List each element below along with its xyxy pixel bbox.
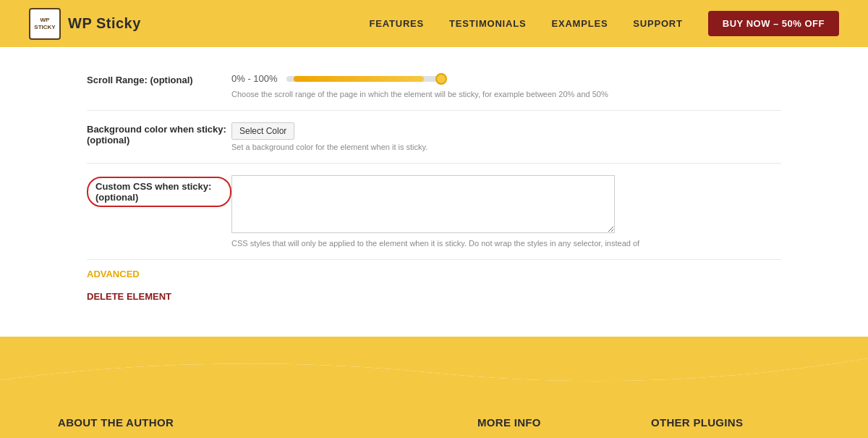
scroll-range-wrapper: 0% - 100% [231,73,781,84]
scroll-range-row: Scroll Range: (optional) 0% - 100% Choos… [87,62,781,111]
logo-area: WPSTICKY WP Sticky [29,8,141,40]
wave-separator [0,337,868,395]
scroll-range-hint: Choose the scroll range of the page in w… [231,90,781,98]
custom-css-row: Custom CSS when sticky: (optional) CSS s… [87,164,781,260]
footer-about-col: ABOUT THE AUTHOR WebFactory Ltd speciali… [58,416,420,438]
footer-other-plugins-col: OTHER PLUGINS UnderConstructionPage Comi… [651,416,810,438]
custom-css-label: Custom CSS when sticky: (optional) [87,177,231,207]
custom-css-control: CSS styles that will only be applied to … [231,175,781,248]
bg-color-row: Background color when sticky: (optional)… [87,111,781,164]
buy-now-button[interactable]: BUY NOW – 50% OFF [708,11,839,36]
custom-css-label-wrapper: Custom CSS when sticky: (optional) [87,175,231,207]
header: WPSTICKY WP Sticky FEATURES TESTIMONIALS… [0,0,868,47]
main-content: Scroll Range: (optional) 0% - 100% Choos… [0,47,868,337]
nav-testimonials[interactable]: TESTIMONIALS [449,18,526,29]
about-title: ABOUT THE AUTHOR [58,416,420,429]
delete-element-link[interactable]: DELETE ELEMENT [87,285,781,308]
scroll-range-label: Scroll Range: (optional) [87,73,231,85]
bg-color-control: Select Color Set a background color for … [231,122,781,151]
bg-color-label: Background color when sticky: (optional) [87,122,231,146]
range-track[interactable] [286,76,446,82]
nav-examples[interactable]: EXAMPLES [551,18,608,29]
nav-support[interactable]: SUPPORT [633,18,682,29]
nav: FEATURES TESTIMONIALS EXAMPLES SUPPORT B… [370,11,839,36]
range-fill [294,76,424,82]
custom-css-hint: CSS styles that will only be applied to … [231,239,781,248]
footer-more-info-col: MORE INFO Changelog Features list Docume… [477,416,593,438]
nav-features[interactable]: FEATURES [370,18,425,29]
brand-name: WP Sticky [68,15,141,32]
scroll-range-control: 0% - 100% Choose the scroll range of the… [231,73,781,98]
range-thumb[interactable] [435,73,447,85]
logo-icon: WPSTICKY [29,8,61,40]
select-color-button[interactable]: Select Color [231,122,294,140]
footer: ABOUT THE AUTHOR WebFactory Ltd speciali… [0,395,868,438]
advanced-link[interactable]: ADVANCED [87,260,781,285]
range-value-label: 0% - 100% [231,73,278,84]
custom-css-textarea[interactable] [231,175,615,233]
bg-color-hint: Set a background color for the element w… [231,143,781,151]
more-info-title: MORE INFO [477,416,593,429]
other-plugins-title: OTHER PLUGINS [651,416,810,429]
